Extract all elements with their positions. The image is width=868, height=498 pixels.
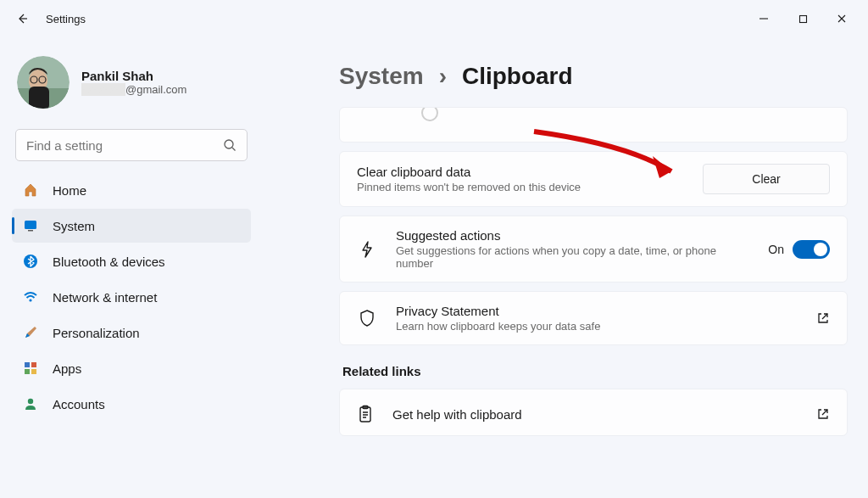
nav-label: Accounts (53, 397, 105, 411)
svg-rect-5 (29, 87, 49, 109)
nav-label: Bluetooth & devices (53, 255, 165, 269)
svg-point-8 (225, 140, 233, 148)
breadcrumb-parent[interactable]: System (339, 63, 424, 90)
nav-network[interactable]: Network & internet (12, 280, 251, 314)
search-icon (223, 138, 236, 152)
nav-label: System (53, 219, 95, 233)
nav-bluetooth[interactable]: Bluetooth & devices (12, 244, 251, 278)
nav-system[interactable]: System (12, 209, 251, 243)
search-box[interactable] (15, 129, 248, 161)
caption-buttons (744, 5, 861, 32)
system-icon (22, 217, 39, 234)
nav-label: Personalization (53, 326, 140, 340)
profile-name: Pankil Shah (81, 69, 186, 83)
nav-list: Home System Bluetooth & devices Network … (8, 173, 254, 421)
svg-point-12 (29, 299, 31, 301)
nav-label: Apps (53, 361, 81, 376)
avatar (17, 56, 70, 109)
svg-point-17 (28, 399, 33, 404)
wifi-icon (22, 288, 39, 305)
titlebar: Settings (0, 0, 868, 37)
breadcrumb-current: Clipboard (462, 63, 573, 90)
svg-rect-15 (25, 369, 30, 374)
card-subtitle: Learn how clipboard keeps your data safe (396, 320, 798, 333)
profile-email: xxxxxxxx@gmail.com (81, 83, 186, 96)
nav-label: Network & internet (53, 290, 157, 305)
nav-home[interactable]: Home (12, 173, 251, 207)
search-input[interactable] (26, 138, 223, 153)
card-title: Get help with clipboard (392, 407, 522, 422)
content-area: System › Clipboard Clear clipboard data … (263, 37, 868, 498)
card-title: Privacy Statement (396, 304, 798, 318)
lightning-icon (357, 240, 377, 259)
svg-rect-16 (31, 369, 36, 374)
svg-rect-14 (31, 362, 36, 367)
svg-rect-13 (25, 362, 30, 367)
back-button[interactable] (7, 3, 37, 34)
clipboard-icon (357, 405, 374, 423)
related-links-heading: Related links (342, 364, 848, 378)
nav-apps[interactable]: Apps (12, 351, 251, 385)
nav-accounts[interactable]: Accounts (12, 387, 251, 421)
profile-info: Pankil Shah xxxxxxxx@gmail.com (81, 69, 186, 96)
brush-icon (22, 324, 39, 341)
svg-rect-9 (25, 221, 36, 229)
home-icon (22, 182, 39, 199)
card-subtitle: Get suggestions for actions when you cop… (396, 244, 749, 270)
suggested-actions-toggle[interactable] (793, 240, 830, 259)
open-external-icon (816, 311, 830, 325)
arrow-left-icon (15, 12, 29, 25)
toggle-state-label: On (768, 243, 784, 256)
close-button[interactable] (822, 5, 861, 32)
nav-label: Home (53, 183, 86, 198)
maximize-button[interactable] (783, 5, 822, 32)
bluetooth-icon (22, 253, 39, 270)
nav-personalization[interactable]: Personalization (12, 316, 251, 350)
chevron-right-icon: › (439, 63, 447, 90)
suggested-actions-card: Suggested actions Get suggestions for ac… (339, 215, 848, 283)
sidebar: Pankil Shah xxxxxxxx@gmail.com Home Syst… (0, 37, 263, 498)
minimize-button[interactable] (744, 5, 783, 32)
radio-icon (421, 107, 438, 121)
card-title: Suggested actions (396, 228, 749, 243)
get-help-card[interactable]: Get help with clipboard (339, 389, 848, 436)
clear-button[interactable]: Clear (703, 164, 830, 194)
maximize-icon (798, 14, 808, 24)
profile-section[interactable]: Pankil Shah xxxxxxxx@gmail.com (8, 51, 254, 124)
close-icon (837, 14, 847, 24)
apps-icon (22, 360, 39, 377)
svg-rect-0 (799, 15, 806, 22)
card-title: Clear clipboard data (357, 165, 581, 179)
clear-clipboard-card: Clear clipboard data Pinned items won't … (339, 151, 848, 207)
sync-option-card (339, 107, 848, 143)
open-external-icon (816, 407, 830, 421)
card-subtitle: Pinned items won't be removed on this de… (357, 181, 581, 193)
svg-rect-10 (28, 230, 33, 232)
breadcrumb: System › Clipboard (339, 63, 848, 90)
person-icon (22, 395, 39, 412)
shield-icon (357, 309, 377, 327)
window-title: Settings (46, 13, 86, 25)
privacy-statement-card[interactable]: Privacy Statement Learn how clipboard ke… (339, 291, 848, 345)
minimize-icon (759, 14, 769, 24)
